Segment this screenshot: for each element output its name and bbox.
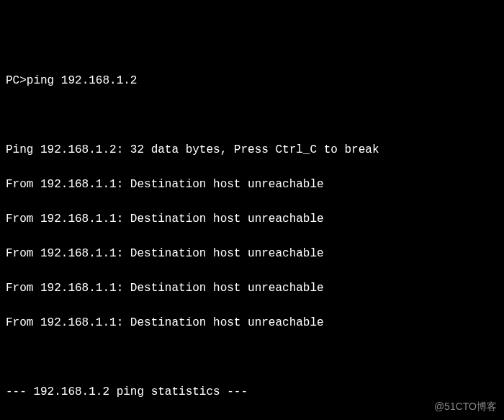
command-line[interactable]: PC>ping 192.168.1.2	[6, 72, 498, 89]
ping-reply: From 192.168.1.1: Destination host unrea…	[6, 280, 498, 297]
ping-reply: From 192.168.1.1: Destination host unrea…	[6, 210, 498, 228]
ping-reply: From 192.168.1.1: Destination host unrea…	[6, 176, 498, 193]
watermark: @51CTO博客	[434, 399, 497, 414]
stats-header: --- 192.168.1.2 ping statistics ---	[6, 383, 498, 401]
blank-line	[6, 349, 498, 366]
blank-line	[6, 107, 498, 124]
ping-reply: From 192.168.1.1: Destination host unrea…	[6, 245, 498, 262]
command-text: ping 192.168.1.2	[27, 74, 138, 87]
ping-reply: From 192.168.1.1: Destination host unrea…	[6, 314, 498, 331]
prompt: PC>	[6, 74, 27, 87]
ping-header: Ping 192.168.1.2: 32 data bytes, Press C…	[6, 141, 498, 158]
